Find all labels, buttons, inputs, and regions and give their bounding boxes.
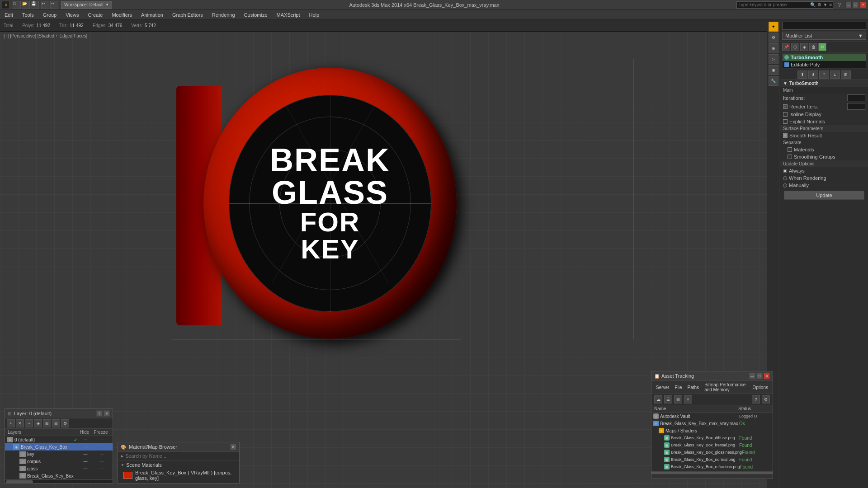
asset-row-refraction[interactable]: ▣ Break_Glass_Key_Box_refraction.png Fou… bbox=[651, 463, 773, 470]
nav-up-btn[interactable]: ⬆ bbox=[797, 70, 807, 79]
scene-materials-header[interactable]: ▼ Scene Materials bbox=[121, 461, 236, 469]
when-rendering-radio[interactable] bbox=[783, 176, 787, 180]
asset-tb-btn-3[interactable]: ⊞ bbox=[674, 395, 682, 404]
asset-settings-btn[interactable]: ⚙ bbox=[762, 395, 770, 404]
workspace-selector[interactable]: Workspace: Default ▼ bbox=[61, 1, 112, 9]
asset-menu-server[interactable]: Server bbox=[653, 385, 672, 390]
asset-tb-btn-4[interactable]: ≡ bbox=[684, 395, 692, 404]
menu-item-help[interactable]: Help bbox=[305, 11, 324, 19]
asset-tb-btn-1[interactable]: ☁ bbox=[654, 395, 662, 404]
configure-modifier-btn[interactable]: ⚙ bbox=[818, 43, 826, 51]
layer-row-corpus[interactable]: ○ corpus — — bbox=[5, 458, 113, 465]
display-tab[interactable]: ◉ bbox=[769, 65, 778, 75]
layers-new-btn[interactable]: + bbox=[7, 419, 15, 427]
menu-item-maxscript[interactable]: MAXScript bbox=[272, 11, 305, 19]
search-icon[interactable]: 🔍 bbox=[809, 2, 816, 7]
search-options-icon[interactable]: ⚙ bbox=[816, 2, 822, 7]
render-iters-checkbox[interactable]: ✓ bbox=[783, 104, 788, 109]
mat-panel-close-button[interactable]: ✕ bbox=[230, 444, 236, 450]
remove-modifier-btn[interactable]: 🗑 bbox=[809, 43, 817, 51]
asset-row-frensel[interactable]: ▣ Break_Glass_Key_Box_frensel.png Found bbox=[651, 441, 773, 449]
save-btn[interactable]: 💾 bbox=[31, 1, 39, 9]
layers-scrollbar-thumb[interactable] bbox=[6, 480, 33, 483]
layers-settings-btn[interactable]: ⚙ bbox=[61, 419, 69, 427]
layers-scrollbar-h[interactable] bbox=[5, 479, 113, 483]
maximize-button[interactable]: □ bbox=[853, 2, 859, 8]
asset-tb-btn-2[interactable]: ☰ bbox=[664, 395, 672, 404]
iterations-input[interactable]: 0 bbox=[847, 94, 865, 101]
pin-stack-btn[interactable]: 📌 bbox=[782, 43, 790, 51]
nav-copy-btn[interactable]: ⊞ bbox=[841, 70, 851, 79]
layer-row-break-glass-sub[interactable]: ○ Break_Glass_Key_Box — — bbox=[5, 472, 113, 479]
motion-tab[interactable]: ▷ bbox=[769, 54, 778, 64]
layers-collapse-btn[interactable]: ⊟ bbox=[52, 419, 60, 427]
asset-menu-options[interactable]: Options bbox=[750, 385, 771, 390]
menu-item-edit[interactable]: Edit bbox=[0, 11, 18, 19]
asset-menu-paths[interactable]: Paths bbox=[685, 385, 702, 390]
asset-row-max-file[interactable]: M Break_Glass_Key_Box_max_vray.max Ok bbox=[651, 420, 773, 427]
asset-row-diffuse[interactable]: ▣ Break_Glass_Key_Box_diffuse.png Found bbox=[651, 434, 773, 441]
modifier-search-input[interactable]: glass bbox=[782, 22, 866, 30]
smoothing-groups-checkbox[interactable] bbox=[788, 155, 792, 159]
layer-row-0[interactable]: ⊞ 0 (default) ✓ — — bbox=[5, 436, 113, 443]
turbosmooth-item[interactable]: TurboSmooth bbox=[783, 54, 866, 61]
layer-row-break-glass[interactable]: ◈ Break_Glass_Key_Box — — bbox=[5, 443, 113, 450]
layers-delete-btn[interactable]: ✕ bbox=[16, 419, 24, 427]
update-options-header[interactable]: Update Options bbox=[780, 160, 868, 167]
explicit-normals-checkbox[interactable] bbox=[783, 119, 788, 124]
modifier-list-dropdown[interactable]: Modifier List ▼ bbox=[782, 32, 866, 40]
menu-item-group[interactable]: Group bbox=[38, 11, 61, 19]
hierarchy-tab[interactable]: ⊕ bbox=[769, 43, 778, 53]
search-extra-icon[interactable]: ▼ bbox=[822, 2, 829, 7]
help-icon[interactable]: ? bbox=[836, 2, 843, 8]
menu-item-animation[interactable]: Animation bbox=[137, 11, 168, 19]
asset-scroll-track[interactable] bbox=[651, 472, 773, 474]
render-iters-input[interactable]: 2 bbox=[847, 103, 865, 110]
mat-search-input[interactable] bbox=[125, 453, 236, 459]
nav-top-btn[interactable]: ⤒ bbox=[819, 70, 829, 79]
menu-item-graph-editors[interactable]: Graph Editors bbox=[168, 11, 208, 19]
surface-params-header[interactable]: Surface Parameters bbox=[780, 125, 868, 132]
always-radio[interactable] bbox=[783, 169, 787, 173]
asset-maximize-button[interactable]: □ bbox=[756, 373, 763, 379]
manually-radio[interactable] bbox=[783, 183, 787, 188]
asset-help-btn[interactable]: ? bbox=[752, 395, 760, 404]
make-unique-btn[interactable]: ◈ bbox=[800, 43, 808, 51]
layer-row-glass[interactable]: ○ glass — — bbox=[5, 465, 113, 472]
nav-bottom-btn[interactable]: ⤓ bbox=[830, 70, 840, 79]
layers-expand-btn[interactable]: ⊞ bbox=[43, 419, 51, 427]
undo-btn[interactable]: ↩ bbox=[41, 1, 49, 9]
asset-row-vault[interactable]: V Autodesk Vault Logged O bbox=[651, 413, 773, 420]
menu-item-customize[interactable]: Customize bbox=[240, 11, 272, 19]
asset-row-maps-folder[interactable]: ▼ Maps / Shaders bbox=[651, 427, 773, 434]
new-btn[interactable]: □ bbox=[13, 1, 21, 9]
search-filter-icon[interactable]: ≡ bbox=[828, 2, 833, 7]
utility-tab[interactable]: 🔧 bbox=[769, 76, 778, 86]
menu-item-tools[interactable]: Tools bbox=[18, 11, 38, 19]
menu-item-rendering[interactable]: Rendering bbox=[208, 11, 240, 19]
asset-close-button[interactable]: ✕ bbox=[764, 373, 770, 379]
asset-menu-bitmap[interactable]: Bitmap Performance and Memory bbox=[702, 382, 750, 393]
asset-minimize-button[interactable]: — bbox=[749, 373, 755, 379]
create-tab[interactable]: ✦ bbox=[769, 22, 778, 32]
editable-poly-item[interactable]: Editable Poly bbox=[783, 61, 866, 68]
layers-close-button[interactable]: ✕ bbox=[104, 410, 110, 417]
layer-row-key[interactable]: ○ key — — bbox=[5, 450, 113, 458]
close-button[interactable]: ✕ bbox=[860, 2, 866, 8]
menu-item-modifiers[interactable]: Modifiers bbox=[107, 11, 137, 19]
redo-btn[interactable]: ↪ bbox=[50, 1, 58, 9]
modify-tab[interactable]: ⚙ bbox=[769, 33, 778, 42]
layers-select-objects-btn[interactable]: ◈ bbox=[34, 419, 42, 427]
isoline-checkbox[interactable] bbox=[783, 112, 788, 117]
materials-checkbox[interactable] bbox=[788, 147, 792, 152]
nav-down-btn[interactable]: ⬇ bbox=[808, 70, 818, 79]
menu-item-create[interactable]: Create bbox=[83, 11, 107, 19]
layers-help-button[interactable]: ? bbox=[96, 410, 103, 417]
show-end-result-btn[interactable]: ⬡ bbox=[791, 43, 799, 51]
smooth-result-checkbox[interactable]: ✓ bbox=[783, 133, 788, 138]
asset-menu-file[interactable]: File bbox=[672, 385, 684, 390]
layers-add-selection-btn[interactable]: → bbox=[25, 419, 33, 427]
menu-item-views[interactable]: Views bbox=[61, 11, 83, 19]
search-input[interactable] bbox=[737, 2, 809, 7]
asset-row-normal[interactable]: ▣ Break_Glass_Key_Box_normal.png Found bbox=[651, 456, 773, 463]
